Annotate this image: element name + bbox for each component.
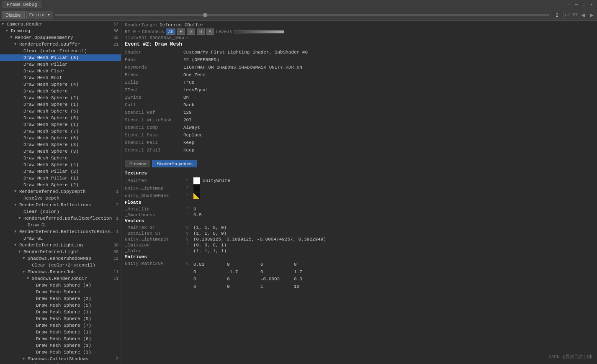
tree-item-camera-render[interactable]: ▼Camera.Render57 (0, 21, 121, 28)
tab-shaderproperties[interactable]: ShaderProperties (152, 160, 197, 167)
levels-track[interactable] (234, 30, 284, 33)
maximize-btn[interactable]: □ (581, 2, 587, 8)
prop-row: Stencil WriteMask207 (125, 118, 594, 124)
tree-item-render-deferred-gbuffer[interactable]: ▼RenderDeferred.GBuffer21 (0, 41, 121, 48)
menu-icon[interactable]: ⋮ (566, 2, 572, 8)
matrix-row: unity_MatrixVPv0.810000-1.701.700-0.0003… (125, 261, 594, 290)
tree-item-draw-roof[interactable]: Draw Mesh Roof (0, 74, 121, 81)
tree-item-draw-sphere-a[interactable]: Draw Mesh Sphere (0, 88, 121, 95)
frame-number-input[interactable] (551, 12, 564, 18)
tree-item-draw-sphere2a[interactable]: Draw Mesh Sphere (2) (0, 95, 121, 101)
tree-item-draw-sphere6a[interactable]: Draw Mesh Sphere (6) (0, 135, 121, 141)
tree-item-s-sphere1[interactable]: Draw Mesh Sphere (1) (0, 309, 121, 315)
tree-item-label: Draw Mesh Sphere (3) (23, 149, 118, 154)
close-btn[interactable]: ✕ (589, 2, 594, 8)
textures-container: _MainTexfUnityWhiteunity_Lightmapfunity_… (125, 177, 594, 199)
r-channel-btn[interactable]: R (177, 28, 185, 35)
tree-item-s-sphere4[interactable]: Draw Mesh Sphere (4) (0, 282, 121, 289)
prop-value: On (183, 95, 594, 100)
tree-item-draw-pillar[interactable]: Draw Mesh Pillar (0, 61, 121, 68)
tree-item-s-sphere5a[interactable]: Draw Mesh Sphere (5) (0, 302, 121, 309)
tree-item-draw-sphere4b[interactable]: Draw Mesh Sphere (4) (0, 161, 121, 168)
prop-key: Blend (125, 72, 183, 77)
tree-item-shadow-job[interactable]: ▼Shadows.RenderJob11 (0, 269, 121, 275)
tree-item-clear-2[interactable]: Clear (color+Z+stencil) (0, 262, 121, 269)
tree-item-draw-sphere2b[interactable]: Draw Mesh Sphere (2) (0, 182, 121, 188)
tree-item-draw-sphere3b[interactable]: Draw Mesh Sphere (3) (0, 148, 121, 155)
tree-item-label: Shadows.RenderJobDir (32, 276, 113, 281)
tree-item-reflections-emissive[interactable]: ▼RenderDeferred.ReflectionsToEmissive1 (0, 228, 121, 235)
tree-item-label: Draw Mesh Sphere (3) (23, 142, 118, 147)
minimize-btn[interactable]: — (574, 2, 579, 8)
tree-item-s-sphere1b[interactable]: Draw Mesh Sphere (1) (0, 329, 121, 336)
float-name: _Metallic (125, 207, 183, 212)
title-bar-controls: ⋮ — □ ✕ (566, 2, 594, 8)
next-frame-btn[interactable]: ▶ (588, 12, 595, 18)
tree-item-shadow-map[interactable]: ▼Shadows.RenderShadowMap12 (0, 255, 121, 262)
prop-key: Stencil Fail (125, 140, 183, 145)
tab-preview[interactable]: Preview (125, 160, 150, 167)
disable-button[interactable]: Disable (2, 11, 25, 19)
tree-item-draw-sphere5a[interactable]: Draw Mesh Sphere (5) (0, 108, 121, 115)
tree-item-label: Draw Mesh Pillar (2) (23, 169, 118, 174)
tree-item-draw-pillar1[interactable]: Draw Mesh Pillar (1) (0, 175, 121, 182)
tree-item-s-sphere3a[interactable]: Draw Mesh Sphere (3) (0, 342, 121, 349)
title-bar: Frame Debug ⋮ — □ ✕ (0, 0, 597, 9)
tree-item-draw-gl-1[interactable]: Draw GL (0, 222, 121, 228)
slider-thumb[interactable] (203, 13, 207, 17)
tree-item-draw-sphere-b[interactable]: Draw Mesh Sphere (0, 155, 121, 161)
tree-item-draw-pillar2[interactable]: Draw Mesh Pillar (2) (0, 168, 121, 175)
tree-item-label: Draw Mesh Sphere (3) (36, 350, 118, 355)
texture-row: unity_ShadowMaskf (125, 192, 594, 199)
main-content: ▼Camera.Render57▼Drawing56▼Render.Opaque… (0, 21, 597, 364)
render-target-value: Deferred GBuffer (160, 23, 204, 28)
tree-item-light[interactable]: ▼RenderDeferred.Light30 (0, 249, 121, 255)
g-channel-btn[interactable]: G (187, 28, 195, 35)
tree-item-clear-color-2[interactable]: Clear (color) (0, 362, 121, 364)
tree-item-draw-floor[interactable]: Draw Mesh Floor (0, 68, 121, 74)
tree-item-collect-shadows[interactable]: ▼Shadows.CollectShadows2 (0, 356, 121, 362)
tree-item-clear-color[interactable]: Clear (color) (0, 208, 121, 215)
tree-item-draw-sphere5b[interactable]: Draw Mesh Sphere (5) (0, 115, 121, 121)
tree-item-s-sphere[interactable]: Draw Mesh Sphere (0, 289, 121, 295)
tree-item-draw-gl-2[interactable]: Draw GL (0, 235, 121, 242)
prop-row: ZClipTrue (125, 80, 594, 87)
tree-item-label: Draw Mesh Sphere (2) (36, 296, 118, 301)
tree-item-draw-sphere3a[interactable]: Draw Mesh Sphere (3) (0, 141, 121, 148)
tree-item-s-sphere2[interactable]: Draw Mesh Sphere (2) (0, 295, 121, 302)
tree-item-draw-sphere7a[interactable]: Draw Mesh Sphere (7) (0, 128, 121, 135)
tree-item-draw-pillar3[interactable]: Draw Mesh Pillar (3) (0, 54, 121, 61)
tree-item-default-reflection[interactable]: ▼RenderDeferred.DefaultReflection1 (0, 215, 121, 222)
prop-key: ZClip (125, 80, 183, 85)
tree-item-drawing[interactable]: ▼Drawing56 (0, 28, 121, 34)
tree-item-s-sphere6[interactable]: Draw Mesh Sphere (6) (0, 336, 121, 342)
texture-type: f (186, 186, 191, 191)
tree-item-render-opaque[interactable]: ▼Render.OpaqueGeometry55 (0, 34, 121, 41)
prop-value: Custom/My First Lighting Shader, SubShad… (183, 50, 594, 55)
tree-item-shadow-job-dir[interactable]: ▼Shadows.RenderJobDir11 (0, 275, 121, 282)
all-channel-btn[interactable]: All (166, 28, 175, 35)
tree-item-label: Draw Mesh Sphere (5) (36, 316, 118, 321)
b-channel-btn[interactable]: B (197, 28, 205, 35)
tree-item-s-sphere3b[interactable]: Draw Mesh Sphere (3) (0, 349, 121, 356)
tree-item-reflections[interactable]: ▼RenderDeferred.Reflections2 (0, 202, 121, 208)
tree-item-s-sphere5b[interactable]: Draw Mesh Sphere (5) (0, 315, 121, 322)
tree-item-draw-sphere1b[interactable]: Draw Mesh Sphere (1) (0, 121, 121, 128)
tree-item-label: Draw Mesh Roof (23, 75, 118, 80)
matrix-values: 0.810000-1.701.700-0.00030.300110 (193, 261, 319, 290)
a-channel-btn[interactable]: A (206, 28, 214, 35)
tree-item-copy-depth[interactable]: ▼RenderDeferred.CopyDepth1 (0, 188, 121, 195)
tree-item-s-sphere7[interactable]: Draw Mesh Sphere (7) (0, 322, 121, 329)
tree-item-resolve-depth[interactable]: Resolve Depth (0, 195, 121, 202)
editor-dropdown[interactable]: Editor ▾ (26, 11, 53, 19)
frame-slider[interactable] (55, 14, 549, 16)
tree-item-lighting[interactable]: ▼RenderDeferred.Lighting30 (0, 242, 121, 249)
tree-item-label: Shadows.CollectShadows (28, 356, 116, 361)
prev-frame-btn[interactable]: ◀ (579, 12, 587, 18)
tree-item-draw-sphere1a[interactable]: Draw Mesh Sphere (1) (0, 101, 121, 108)
vector-value: (1, 1, 0, 0) (193, 225, 226, 230)
tab-frame-debug[interactable]: Frame Debug (3, 1, 41, 8)
tree-item-draw-sphere4[interactable]: Draw Mesh Sphere (4) (0, 81, 121, 88)
tree-item-label: Clear (color) (23, 209, 118, 214)
tree-item-clear-1[interactable]: Clear (color+Z+stencil) (0, 48, 121, 54)
